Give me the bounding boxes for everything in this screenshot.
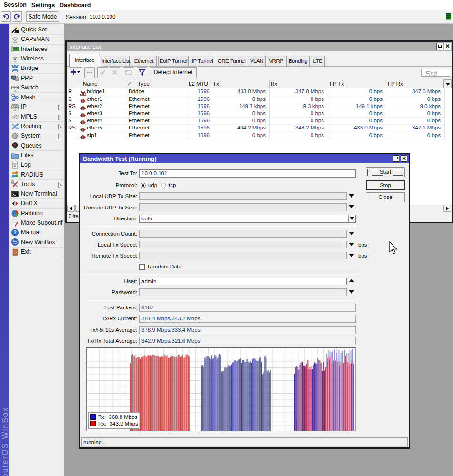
svg-text:?: ?	[13, 229, 17, 235]
svg-text:255: 255	[12, 105, 18, 109]
